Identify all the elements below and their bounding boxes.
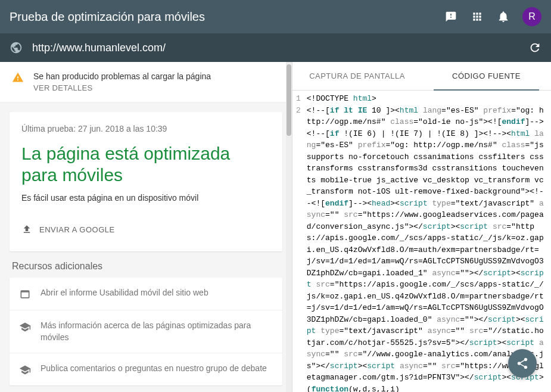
tab-screenshot[interactable]: CAPTURA DE PANTALLA [292, 62, 422, 90]
resource-item-feedback-group[interactable]: Publica comentarios o preguntas en nuest… [10, 353, 282, 385]
code-content: <!DOCTYPE html><!--[if lt IE 10 ]><html … [304, 91, 551, 392]
main-content: Se han producido problemas al cargar la … [0, 62, 551, 392]
line-numbers: 1 2 [292, 91, 304, 392]
right-panel: CAPTURA DE PANTALLA CÓDIGO FUENTE 1 2 <!… [292, 62, 551, 392]
share-fab-button[interactable] [508, 349, 537, 378]
submit-label: ENVIAR A GOOGLE [39, 225, 115, 234]
warning-details-link[interactable]: VER DETALLES [33, 83, 211, 92]
result-card: Última prueba: 27 jun. 2018 a las 10:39 … [10, 112, 282, 251]
avatar[interactable]: R [522, 7, 541, 26]
url-input[interactable]: http://www.humanlevel.com/ [32, 42, 519, 54]
share-icon [516, 357, 529, 370]
globe-icon [10, 41, 23, 54]
left-panel: Se han producido problemas al cargar la … [0, 62, 292, 392]
test-timestamp: Última prueba: 27 jun. 2018 a las 10:39 [21, 124, 270, 133]
resource-item-more-info[interactable]: Más información acerca de las páginas op… [10, 310, 282, 353]
resource-text: Publica comentarios o preguntas en nuest… [41, 363, 267, 375]
warning-icon [12, 71, 24, 92]
resources-section: Recursos adicionales Abrir el informe Us… [10, 261, 282, 385]
submit-to-google-button[interactable]: ENVIAR A GOOGLE [21, 219, 270, 239]
tab-source-code[interactable]: CÓDIGO FUENTE [422, 62, 551, 90]
upload-icon [21, 224, 32, 235]
source-code-view[interactable]: 1 2 <!DOCTYPE html><!--[if lt IE 10 ]><h… [292, 91, 551, 392]
resource-text: Más información acerca de las páginas op… [41, 320, 273, 343]
header-toolbar: R [444, 7, 541, 26]
webpage-icon [19, 288, 31, 300]
resource-item-usability-report[interactable]: Abrir el informe Usabilidad móvil del si… [10, 278, 282, 310]
resources-heading: Recursos adicionales [10, 261, 282, 272]
notifications-icon[interactable] [496, 10, 510, 24]
page-title: Prueba de optimización para móviles [10, 10, 444, 24]
scrollbar[interactable] [286, 62, 292, 392]
feedback-icon[interactable] [444, 10, 458, 24]
url-bar: http://www.humanlevel.com/ [0, 33, 551, 62]
warning-message: Se han producido problemas al cargar la … [33, 71, 211, 81]
warning-banner: Se han producido problemas al cargar la … [0, 62, 292, 102]
school-icon [19, 364, 31, 376]
scrollbar-thumb[interactable] [287, 64, 291, 136]
tab-bar: CAPTURA DE PANTALLA CÓDIGO FUENTE [292, 62, 551, 91]
result-title: La página está optimizada para móviles [21, 143, 270, 186]
resource-text: Abrir el informe Usabilidad móvil del si… [41, 287, 208, 299]
school-icon [19, 321, 31, 333]
resource-list: Abrir el informe Usabilidad móvil del si… [10, 278, 282, 385]
refresh-icon[interactable] [528, 41, 541, 54]
result-description: Es fácil usar esta página en un disposit… [21, 193, 270, 203]
app-header: Prueba de optimización para móviles R [0, 0, 551, 33]
apps-icon[interactable] [470, 10, 484, 24]
